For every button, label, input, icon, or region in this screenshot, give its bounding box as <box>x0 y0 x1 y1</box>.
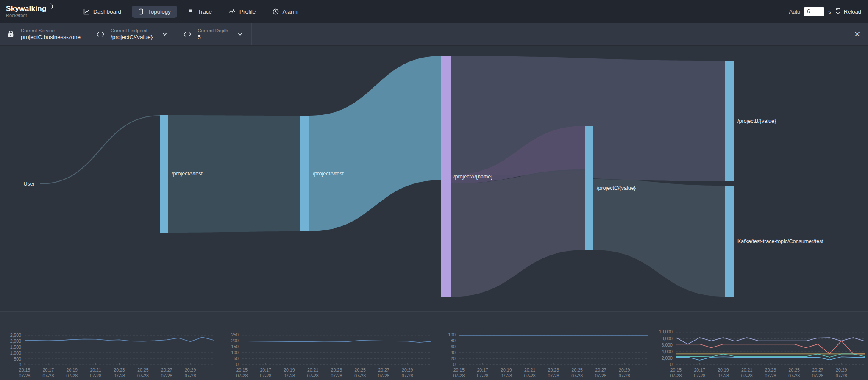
auto-unit-label: s <box>828 8 831 15</box>
x-tick-date: 07-28 <box>453 374 465 378</box>
sankey-link-n3-n4[interactable] <box>451 170 585 297</box>
x-tick-time: 20:23 <box>548 368 559 372</box>
app-logo: Skywalking Rocketbot <box>6 5 70 18</box>
tab-topology[interactable]: Topology <box>132 6 177 18</box>
sankey-node-n5[interactable] <box>725 61 734 181</box>
sankey-node-n4[interactable] <box>585 126 593 250</box>
y-tick-label: 0 <box>236 362 239 367</box>
x-tick-date: 07-28 <box>161 373 172 378</box>
x-tick-time: 20:29 <box>836 368 847 372</box>
x-tick-time: 20:27 <box>161 367 172 372</box>
y-tick-label: 500 <box>14 356 21 361</box>
nav-right-controls: Auto s Reload <box>789 7 868 16</box>
y-tick-label: 200 <box>231 338 239 343</box>
current-depth-value: 5 <box>198 33 228 41</box>
auto-interval-input[interactable] <box>804 7 824 16</box>
chart-plot[interactable]: 02040608010020:1507-2820:1707-2820:1907-… <box>434 312 651 380</box>
x-tick-date: 07-28 <box>718 374 729 378</box>
tab-label: Alarm <box>282 8 297 15</box>
chevron-down-icon[interactable] <box>237 32 243 36</box>
chart-plot[interactable]: 05001,0001,5002,0002,50020:1507-2820:170… <box>0 312 217 380</box>
y-tick-label: 8,000 <box>662 336 673 341</box>
sankey-link-user-n1[interactable] <box>40 116 160 184</box>
x-tick-time: 20:29 <box>402 368 413 372</box>
x-tick-time: 20:21 <box>90 367 101 372</box>
trace-icon <box>188 8 194 15</box>
sankey-node-label-n1: /projectA/test <box>172 171 203 177</box>
close-topology-button[interactable]: ✕ <box>854 31 860 38</box>
x-tick-time: 20:17 <box>694 368 705 372</box>
y-tick-label: 40 <box>451 350 456 355</box>
x-tick-time: 20:23 <box>765 368 776 372</box>
x-tick-time: 20:29 <box>619 368 630 372</box>
y-tick-label: 150 <box>231 344 239 349</box>
x-tick-date: 07-28 <box>331 374 342 378</box>
x-tick-time: 20:25 <box>789 368 800 372</box>
y-tick-label: 0 <box>670 362 673 367</box>
x-tick-date: 07-28 <box>477 374 488 378</box>
y-tick-label: 20 <box>451 356 456 361</box>
tab-label: Profile <box>239 8 256 15</box>
y-tick-label: 50 <box>234 356 239 361</box>
nav-tabs: DashboardTopologyTraceProfileAlarm <box>77 6 304 18</box>
x-tick-time: 20:15 <box>236 368 248 372</box>
sankey-node-n2[interactable] <box>300 116 309 231</box>
y-tick-label: 80 <box>451 338 456 343</box>
endpoint-topology-sankey: User/projectA/test/projectA/test/project… <box>0 46 868 311</box>
current-depth-selector[interactable]: Current Depth 5 <box>176 23 252 45</box>
series-line-load <box>242 340 431 342</box>
x-tick-time: 20:15 <box>19 367 30 372</box>
y-tick-label: 100 <box>231 350 239 355</box>
y-tick-label: 2,500 <box>10 333 21 338</box>
x-tick-time: 20:23 <box>114 367 125 372</box>
y-tick-label: 6,000 <box>662 343 673 347</box>
x-tick-date: 07-28 <box>66 373 78 378</box>
current-endpoint-selector[interactable]: Current Endpoint /projectC/{value} <box>89 23 176 45</box>
dashboard-icon <box>83 8 90 15</box>
x-tick-date: 07-28 <box>524 374 536 378</box>
sankey-node-n1[interactable] <box>160 115 168 233</box>
x-tick-time: 20:25 <box>572 368 583 372</box>
sankey-link-n2-n3[interactable] <box>309 56 441 231</box>
current-endpoint-value: /projectC/{value} <box>111 33 153 41</box>
tab-trace[interactable]: Trace <box>181 6 218 18</box>
x-tick-date: 07-28 <box>185 373 196 378</box>
sankey-link-n4-n6[interactable] <box>593 179 725 297</box>
current-endpoint-label: Current Endpoint <box>111 28 153 33</box>
x-tick-date: 07-28 <box>548 374 559 378</box>
x-tick-time: 20:21 <box>741 368 752 372</box>
x-tick-date: 07-28 <box>571 374 583 378</box>
chart-panel-1: 05001,0001,5002,0002,50020:1507-2820:170… <box>0 312 217 380</box>
current-service-value: projectC.business-zone <box>21 33 81 41</box>
x-tick-date: 07-28 <box>788 374 800 378</box>
tab-profile[interactable]: Profile <box>223 6 262 18</box>
reload-button[interactable]: Reload <box>835 8 861 15</box>
x-tick-date: 07-28 <box>42 373 54 378</box>
tab-label: Trace <box>198 8 212 15</box>
x-tick-date: 07-28 <box>694 374 705 378</box>
sankey-node-n3[interactable] <box>441 56 451 297</box>
x-tick-date: 07-28 <box>741 374 753 378</box>
x-tick-time: 20:23 <box>331 368 342 372</box>
top-nav-bar: Skywalking Rocketbot DashboardTopologyTr… <box>0 0 868 23</box>
sankey-node-n6[interactable] <box>725 186 734 297</box>
x-tick-date: 07-28 <box>501 374 512 378</box>
x-tick-date: 07-28 <box>765 374 776 378</box>
profile-icon <box>229 9 236 14</box>
x-tick-date: 07-28 <box>284 374 295 378</box>
tab-alarm[interactable]: Alarm <box>266 6 303 18</box>
x-tick-time: 20:27 <box>595 368 606 372</box>
x-tick-date: 07-28 <box>402 374 413 378</box>
metric-charts-row: 05001,0001,5002,0002,50020:1507-2820:170… <box>0 311 868 380</box>
tab-dashboard[interactable]: Dashboard <box>77 6 128 18</box>
chevron-down-icon[interactable] <box>162 32 167 36</box>
sankey-node-label-n5: /projectB/{value} <box>737 118 776 124</box>
sankey-node-label-n2: /projectA/test <box>313 171 344 177</box>
x-tick-time: 20:17 <box>260 368 271 372</box>
logo-crescent-icon <box>47 3 54 11</box>
current-service-label: Current Service <box>21 28 81 33</box>
current-service-selector[interactable]: Current Service projectC.business-zone <box>0 23 89 45</box>
x-tick-time: 20:27 <box>812 368 823 372</box>
chart-plot[interactable]: 05010015020025020:1507-2820:1707-2820:19… <box>217 312 434 380</box>
chart-plot[interactable]: 02,0004,0006,0008,00010,00020:1507-2820:… <box>651 312 868 380</box>
